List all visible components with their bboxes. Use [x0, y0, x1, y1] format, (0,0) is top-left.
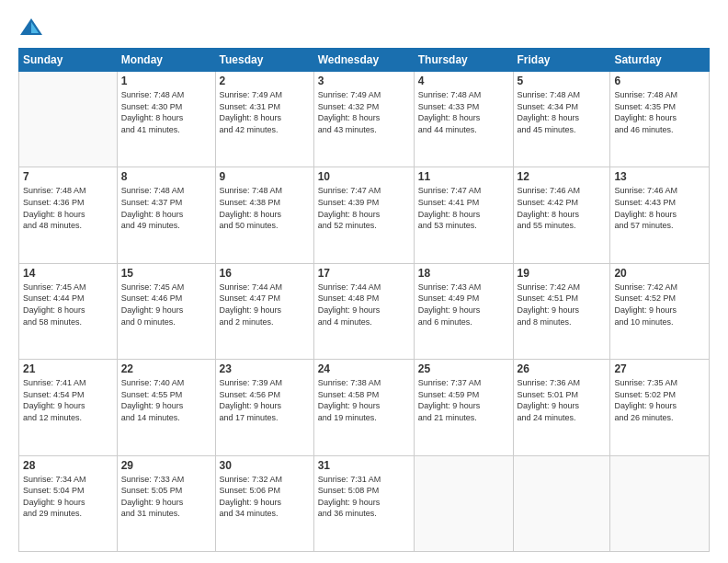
day-number: 23 [220, 362, 310, 375]
day-number: 3 [318, 75, 410, 87]
day-number: 9 [220, 170, 310, 183]
day-info: Sunrise: 7:44 AM Sunset: 4:48 PM Dayligh… [318, 282, 410, 327]
weekday-header: Monday [117, 49, 215, 72]
calendar-cell: 15Sunrise: 7:45 AM Sunset: 4:46 PM Dayli… [117, 263, 215, 359]
day-info: Sunrise: 7:44 AM Sunset: 4:47 PM Dayligh… [220, 282, 310, 327]
day-info: Sunrise: 7:48 AM Sunset: 4:34 PM Dayligh… [518, 89, 607, 135]
calendar-cell: 14Sunrise: 7:45 AM Sunset: 4:44 PM Dayli… [19, 263, 118, 359]
day-info: Sunrise: 7:46 AM Sunset: 4:43 PM Dayligh… [614, 185, 705, 231]
day-number: 16 [220, 267, 310, 280]
calendar-cell [610, 455, 710, 551]
calendar-cell: 22Sunrise: 7:40 AM Sunset: 4:55 PM Dayli… [117, 360, 215, 455]
day-number: 20 [614, 267, 705, 280]
weekday-header: Friday [513, 49, 610, 72]
day-number: 14 [23, 267, 113, 280]
day-number: 28 [23, 459, 113, 472]
calendar-cell: 3Sunrise: 7:49 AM Sunset: 4:32 PM Daylig… [313, 72, 414, 167]
calendar-cell: 2Sunrise: 7:49 AM Sunset: 4:31 PM Daylig… [215, 72, 313, 167]
calendar-cell: 28Sunrise: 7:34 AM Sunset: 5:04 PM Dayli… [19, 455, 118, 551]
calendar-cell [19, 72, 118, 167]
day-number: 12 [518, 170, 607, 183]
calendar-week-row: 14Sunrise: 7:45 AM Sunset: 4:44 PM Dayli… [19, 263, 710, 359]
day-info: Sunrise: 7:33 AM Sunset: 5:05 PM Dayligh… [121, 474, 211, 520]
day-info: Sunrise: 7:43 AM Sunset: 4:49 PM Dayligh… [418, 282, 509, 327]
calendar-cell: 18Sunrise: 7:43 AM Sunset: 4:49 PM Dayli… [414, 263, 513, 359]
day-info: Sunrise: 7:47 AM Sunset: 4:41 PM Dayligh… [418, 185, 509, 231]
calendar: SundayMondayTuesdayWednesdayThursdayFrid… [18, 48, 710, 552]
day-info: Sunrise: 7:48 AM Sunset: 4:33 PM Dayligh… [418, 89, 509, 135]
day-number: 29 [121, 459, 211, 472]
day-info: Sunrise: 7:48 AM Sunset: 4:30 PM Dayligh… [121, 89, 211, 135]
calendar-cell: 1Sunrise: 7:48 AM Sunset: 4:30 PM Daylig… [117, 72, 215, 167]
day-number: 17 [318, 267, 410, 280]
weekday-header: Sunday [19, 49, 118, 72]
day-info: Sunrise: 7:38 AM Sunset: 4:58 PM Dayligh… [318, 377, 410, 423]
calendar-cell: 25Sunrise: 7:37 AM Sunset: 4:59 PM Dayli… [414, 360, 513, 455]
day-info: Sunrise: 7:41 AM Sunset: 4:54 PM Dayligh… [23, 377, 113, 423]
weekday-row: SundayMondayTuesdayWednesdayThursdayFrid… [19, 49, 710, 72]
day-info: Sunrise: 7:45 AM Sunset: 4:44 PM Dayligh… [23, 282, 113, 327]
day-number: 11 [418, 170, 509, 183]
weekday-header: Thursday [414, 49, 513, 72]
calendar-cell: 16Sunrise: 7:44 AM Sunset: 4:47 PM Dayli… [215, 263, 313, 359]
day-number: 21 [23, 362, 113, 375]
calendar-cell: 7Sunrise: 7:48 AM Sunset: 4:36 PM Daylig… [19, 167, 118, 263]
calendar-week-row: 7Sunrise: 7:48 AM Sunset: 4:36 PM Daylig… [19, 167, 710, 263]
day-info: Sunrise: 7:34 AM Sunset: 5:04 PM Dayligh… [23, 474, 113, 520]
calendar-cell: 6Sunrise: 7:48 AM Sunset: 4:35 PM Daylig… [610, 72, 710, 167]
weekday-header: Saturday [610, 49, 710, 72]
calendar-cell: 29Sunrise: 7:33 AM Sunset: 5:05 PM Dayli… [117, 455, 215, 551]
day-number: 1 [121, 75, 211, 87]
calendar-cell: 27Sunrise: 7:35 AM Sunset: 5:02 PM Dayli… [610, 360, 710, 455]
calendar-cell: 4Sunrise: 7:48 AM Sunset: 4:33 PM Daylig… [414, 72, 513, 167]
day-number: 24 [318, 362, 410, 375]
page: SundayMondayTuesdayWednesdayThursdayFrid… [0, 0, 728, 563]
day-info: Sunrise: 7:48 AM Sunset: 4:37 PM Dayligh… [121, 185, 211, 231]
day-info: Sunrise: 7:42 AM Sunset: 4:51 PM Dayligh… [518, 282, 607, 327]
day-number: 8 [121, 170, 211, 183]
day-info: Sunrise: 7:47 AM Sunset: 4:39 PM Dayligh… [318, 185, 410, 231]
day-number: 13 [614, 170, 705, 183]
calendar-cell: 23Sunrise: 7:39 AM Sunset: 4:56 PM Dayli… [215, 360, 313, 455]
calendar-cell: 8Sunrise: 7:48 AM Sunset: 4:37 PM Daylig… [117, 167, 215, 263]
day-info: Sunrise: 7:36 AM Sunset: 5:01 PM Dayligh… [518, 377, 607, 423]
day-info: Sunrise: 7:35 AM Sunset: 5:02 PM Dayligh… [614, 377, 705, 423]
day-number: 30 [220, 459, 310, 472]
day-number: 4 [418, 75, 509, 87]
calendar-week-row: 28Sunrise: 7:34 AM Sunset: 5:04 PM Dayli… [19, 455, 710, 551]
day-number: 18 [418, 267, 509, 280]
day-info: Sunrise: 7:48 AM Sunset: 4:36 PM Dayligh… [23, 185, 113, 231]
day-info: Sunrise: 7:40 AM Sunset: 4:55 PM Dayligh… [121, 377, 211, 423]
day-number: 19 [518, 267, 607, 280]
logo-icon [18, 15, 44, 40]
day-number: 10 [318, 170, 410, 183]
calendar-cell: 5Sunrise: 7:48 AM Sunset: 4:34 PM Daylig… [513, 72, 610, 167]
calendar-cell: 11Sunrise: 7:47 AM Sunset: 4:41 PM Dayli… [414, 167, 513, 263]
day-info: Sunrise: 7:32 AM Sunset: 5:06 PM Dayligh… [220, 474, 310, 520]
day-number: 7 [23, 170, 113, 183]
calendar-cell: 9Sunrise: 7:48 AM Sunset: 4:38 PM Daylig… [215, 167, 313, 263]
day-number: 31 [318, 459, 410, 472]
calendar-cell: 17Sunrise: 7:44 AM Sunset: 4:48 PM Dayli… [313, 263, 414, 359]
day-info: Sunrise: 7:31 AM Sunset: 5:08 PM Dayligh… [318, 474, 410, 520]
day-info: Sunrise: 7:46 AM Sunset: 4:42 PM Dayligh… [518, 185, 607, 231]
calendar-header: SundayMondayTuesdayWednesdayThursdayFrid… [19, 49, 710, 72]
calendar-cell: 19Sunrise: 7:42 AM Sunset: 4:51 PM Dayli… [513, 263, 610, 359]
calendar-cell: 13Sunrise: 7:46 AM Sunset: 4:43 PM Dayli… [610, 167, 710, 263]
calendar-cell: 12Sunrise: 7:46 AM Sunset: 4:42 PM Dayli… [513, 167, 610, 263]
weekday-header: Tuesday [215, 49, 313, 72]
calendar-cell: 30Sunrise: 7:32 AM Sunset: 5:06 PM Dayli… [215, 455, 313, 551]
day-info: Sunrise: 7:49 AM Sunset: 4:31 PM Dayligh… [220, 89, 310, 135]
calendar-cell: 24Sunrise: 7:38 AM Sunset: 4:58 PM Dayli… [313, 360, 414, 455]
calendar-cell [414, 455, 513, 551]
day-number: 27 [614, 362, 705, 375]
calendar-cell: 10Sunrise: 7:47 AM Sunset: 4:39 PM Dayli… [313, 167, 414, 263]
calendar-cell [513, 455, 610, 551]
day-number: 2 [220, 75, 310, 87]
header [18, 15, 710, 40]
day-number: 6 [614, 75, 705, 87]
day-info: Sunrise: 7:37 AM Sunset: 4:59 PM Dayligh… [418, 377, 509, 423]
calendar-cell: 20Sunrise: 7:42 AM Sunset: 4:52 PM Dayli… [610, 263, 710, 359]
day-info: Sunrise: 7:48 AM Sunset: 4:35 PM Dayligh… [614, 89, 705, 135]
weekday-header: Wednesday [313, 49, 414, 72]
